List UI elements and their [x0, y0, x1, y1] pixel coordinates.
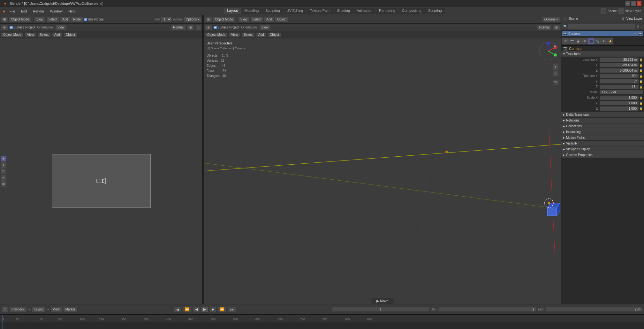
right-add-btn2[interactable]: Add [256, 33, 266, 37]
rot-z-lock[interactable]: 🔒 [639, 85, 643, 89]
menu-window[interactable]: Window [48, 9, 65, 14]
delta-transform-header[interactable]: ▸ Delta Transform [561, 112, 644, 117]
prop-view-btn[interactable]: 👁 [581, 38, 588, 44]
zoom-in-btn[interactable]: + [553, 64, 558, 70]
orientation-dropdown-right[interactable]: View [260, 25, 270, 30]
prop-object-btn[interactable]: ⬛ [588, 38, 594, 44]
motion-paths-header[interactable]: ▸ Motion Paths [561, 135, 644, 140]
outliner-search-input[interactable] [568, 24, 635, 29]
tab-uv-editing[interactable]: UV Editing [284, 8, 307, 14]
left-cursor-btn[interactable]: ⊕ [1, 25, 8, 30]
right-view-btn2[interactable]: View [229, 33, 240, 37]
viewport-display-header[interactable]: ▸ Viewport Display [561, 146, 644, 152]
prop-modifier-btn[interactable]: 🔧 [594, 38, 601, 44]
tool-scale[interactable]: ⇔ [1, 175, 6, 181]
instancing-header[interactable]: ▸ Instancing [561, 129, 644, 135]
scale-x-value[interactable]: 1.000 [600, 96, 639, 100]
menu-help[interactable]: Help [66, 9, 78, 14]
right-select-btn[interactable]: Select [251, 17, 263, 22]
rot-x-lock[interactable]: 🔒 [639, 74, 643, 78]
playback-btn[interactable]: Playback [10, 307, 27, 312]
custom-properties-header[interactable]: ▸ Custom Properties [561, 152, 644, 158]
end-frame[interactable]: 250 [546, 307, 642, 311]
right-options-btn[interactable]: Options ▾ [542, 17, 560, 22]
left-view-btn2[interactable]: View [25, 33, 36, 37]
timeline-main[interactable]: 1 50 100 150 200 250 300 350 400 450 500… [0, 314, 644, 329]
right-object-btn[interactable]: Object [275, 17, 288, 22]
visibility-header[interactable]: ▸ Visibility [561, 141, 644, 146]
menu-render[interactable]: Render [30, 9, 47, 14]
left-view-btn[interactable]: View [34, 17, 45, 22]
cam-view-btn[interactable]: 📷 [553, 80, 558, 85]
scale-z-lock[interactable]: 🔒 [639, 107, 643, 110]
render-icon[interactable]: 📷 [639, 32, 642, 35]
close-button[interactable]: ✕ [637, 1, 641, 6]
right-cursor-btn[interactable]: ⊕ [205, 25, 212, 30]
start-frame[interactable]: 1 [439, 307, 536, 311]
left-surface-project-check[interactable]: Surface Project [10, 26, 35, 29]
prop-scene-btn[interactable]: 🎬 [562, 38, 569, 44]
loc-x-lock[interactable]: 🔒 [639, 58, 643, 61]
tab-modeling[interactable]: Modeling [241, 8, 262, 14]
left-snapping-btn[interactable]: ⊞ [187, 25, 194, 30]
prop-render-btn[interactable]: 📷 [569, 38, 575, 44]
tab-add-button[interactable]: + [445, 8, 453, 14]
rot-y-lock[interactable]: 🔒 [639, 80, 643, 83]
left-use-nodes-check[interactable]: Use Nodes [84, 18, 103, 21]
left-viewport-area[interactable]: ⊕ ✛ ↻ ⇔ ⊞ [0, 38, 202, 304]
tool-cursor[interactable]: ⊕ [1, 156, 6, 161]
next-frame-btn[interactable]: ⏩ [218, 307, 226, 312]
right-mode-button[interactable]: ⊞ [205, 17, 212, 22]
left-node-btn[interactable]: Node [71, 17, 83, 22]
tab-scripting[interactable]: Scripting [425, 8, 445, 14]
prev-frame-btn[interactable]: ⏪ [183, 307, 191, 312]
prev-key-btn[interactable]: ◀ [193, 307, 200, 312]
marker-btn[interactable]: Marker [64, 307, 77, 312]
tab-compositing[interactable]: Compositing [399, 8, 425, 14]
tab-shading[interactable]: Shading [334, 8, 353, 14]
tab-rendering[interactable]: Rendering [376, 8, 398, 14]
tab-animation[interactable]: Animation [353, 8, 375, 14]
left-select-btn[interactable]: Select [47, 17, 59, 22]
left-object-mode[interactable]: Object Mode [9, 17, 31, 22]
right-object-btn2[interactable]: Object [268, 33, 281, 37]
tool-transform[interactable]: ⊞ [1, 181, 6, 187]
prop-particles-btn[interactable]: ✳ [601, 38, 607, 44]
tab-layout[interactable]: Layout [224, 8, 241, 14]
keying-btn[interactable]: Keying [32, 307, 46, 312]
vis-icon[interactable]: 👁 [634, 32, 637, 35]
left-add-btn2[interactable]: Add [52, 33, 62, 37]
location-z-value[interactable]: -0.000004 m [600, 68, 639, 73]
navigation-gizmo[interactable]: X Y Z [539, 42, 558, 61]
blender-menu-logo[interactable]: ● [1, 9, 6, 14]
left-object-mode-btn2[interactable]: Object Mode [1, 33, 23, 37]
filter-icon[interactable]: ⊞ [637, 25, 639, 28]
tab-texture-paint[interactable]: Texture Paint [307, 8, 334, 14]
menu-file[interactable]: File [7, 9, 18, 14]
left-add-btn[interactable]: Add [60, 17, 70, 22]
window-controls[interactable]: — □ ✕ [625, 1, 641, 6]
left-mode-button[interactable]: ⊞ [1, 17, 8, 22]
right-snapping-btn[interactable]: ⊞ [553, 25, 560, 30]
scale-y-value[interactable]: 1.000 [600, 101, 639, 105]
normal-btn-left[interactable]: Normal [171, 25, 185, 30]
scale-y-lock[interactable]: 🔒 [639, 102, 643, 105]
surface-project-checkbox-left[interactable] [10, 26, 13, 29]
tab-sculpting[interactable]: Sculpting [262, 8, 283, 14]
relations-header[interactable]: ▸ Relations [561, 118, 644, 123]
timeline-track[interactable] [0, 322, 644, 329]
jump-end-btn[interactable]: ⏭ [228, 307, 236, 312]
surface-project-checkbox-right[interactable] [214, 26, 217, 29]
location-x-value[interactable]: -25.653 m [600, 58, 639, 62]
sync-icon[interactable]: ↕ [640, 25, 642, 28]
left-select-btn2[interactable]: Select [38, 33, 50, 37]
scale-x-lock[interactable]: 🔒 [639, 96, 643, 99]
right-view-btn[interactable]: View [239, 17, 249, 22]
left-prop-edit-btn[interactable]: ○ [196, 25, 201, 30]
rotation-y-value[interactable]: 0° [600, 79, 639, 83]
maximize-button[interactable]: □ [631, 1, 636, 6]
location-y-value[interactable]: -89.464 m [600, 63, 639, 67]
left-object-btn2[interactable]: Object [64, 33, 77, 37]
transform-section-header[interactable]: ▾ Transform [561, 51, 644, 57]
timeline-mode-icon[interactable]: ⏱ [2, 307, 8, 312]
